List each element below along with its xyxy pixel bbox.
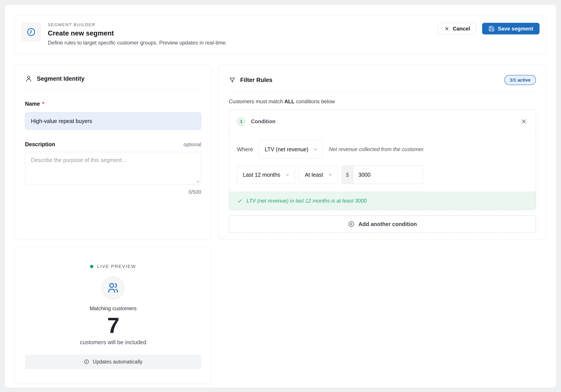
operator-select[interactable]: At least (299, 165, 338, 184)
field-select[interactable]: LTV (net revenue) (259, 140, 323, 159)
segment-name-input[interactable] (25, 112, 201, 130)
field-select-value: LTV (net revenue) (265, 146, 309, 152)
funnel-icon (229, 76, 236, 84)
segment-icon-box (22, 22, 41, 42)
segment-builder-page: SEGMENT BUILDER Create new segment Defin… (4, 4, 557, 388)
header-actions: Cancel Save segment (438, 23, 539, 34)
included-label: customers will be included (25, 339, 201, 346)
close-icon (520, 118, 527, 125)
live-preview-label: LIVE PREVIEW (97, 264, 136, 269)
save-label: Save segment (498, 26, 533, 32)
filter-rules-card: Filter Rules 1/1 active Customers must m… (218, 65, 546, 240)
clock-icon (26, 27, 36, 37)
name-field-label: Name * (25, 101, 201, 107)
match-all: ALL (284, 98, 294, 104)
description-textarea[interactable] (25, 152, 201, 184)
live-preview-card: LIVE PREVIEW Matching customers 7 custom… (15, 247, 211, 384)
field-row: Where LTV (net revenue) Net revenue coll… (237, 140, 528, 159)
eyebrow-label: SEGMENT BUILDER (48, 22, 227, 27)
live-dot-icon (90, 265, 93, 268)
save-icon (488, 26, 495, 32)
identity-card-title: Segment Identity (37, 76, 85, 82)
active-rules-badge: 1/1 active (504, 75, 536, 85)
live-preview-header: LIVE PREVIEW (25, 264, 201, 269)
segment-identity-card: Segment Identity Name * Description opti… (15, 65, 211, 240)
name-label: Name (25, 101, 40, 107)
optional-label: optional (183, 142, 201, 148)
condition-summary-text: LTV (net revenue) in last 12 months is a… (247, 198, 367, 204)
updates-automatically-label: Updates automatically (93, 359, 142, 365)
identity-card-header: Segment Identity (25, 75, 201, 89)
amount-input-group: $ (342, 165, 423, 184)
chevron-down-icon (285, 172, 290, 177)
amount-input[interactable] (353, 165, 423, 184)
time-window-select[interactable]: Last 12 months (237, 165, 295, 184)
save-segment-button[interactable]: Save segment (482, 23, 539, 34)
plus-circle-icon (348, 221, 355, 227)
description-field-label: Description optional (25, 141, 201, 148)
condition-label: Condition (251, 118, 275, 125)
page-subtitle: Define rules to target specific customer… (48, 40, 227, 46)
condition-body: Where LTV (net revenue) Net revenue coll… (229, 133, 536, 192)
cancel-button[interactable]: Cancel (438, 23, 476, 34)
users-icon (107, 282, 119, 294)
required-marker: * (42, 101, 44, 107)
condition-number-badge: 1 (237, 117, 246, 126)
match-prefix: Customers must match (229, 98, 284, 104)
chevron-down-icon (313, 147, 318, 152)
cancel-label: Cancel (453, 26, 470, 32)
description-label: Description (25, 141, 55, 148)
page-title: Create new segment (48, 29, 227, 37)
match-description: Customers must match ALL conditions belo… (229, 98, 536, 105)
description-textarea-wrap (25, 152, 201, 185)
close-icon (444, 26, 449, 31)
condition-summary: LTV (net revenue) in last 12 months is a… (229, 192, 536, 210)
filter-card-header: Filter Rules 1/1 active (229, 75, 536, 92)
matching-customers-count: 7 (25, 313, 201, 338)
field-help-text: Net revenue collected from the customer. (329, 146, 425, 152)
currency-symbol: $ (342, 172, 353, 178)
clock-icon (84, 359, 89, 365)
preview-footer: Updates automatically (25, 355, 201, 369)
remove-condition-button[interactable] (519, 117, 528, 126)
values-row: Last 12 months At least $ (237, 165, 528, 184)
chevron-down-icon (328, 172, 333, 177)
check-icon (237, 198, 243, 204)
resize-handle-icon[interactable] (196, 180, 199, 183)
where-label: Where (237, 146, 253, 152)
add-condition-button[interactable]: Add another condition (229, 215, 536, 233)
condition-card: 1 Condition Where LTV (net revenue) (229, 110, 536, 210)
main-content: Segment Identity Name * Description opti… (15, 65, 546, 384)
header-text: SEGMENT BUILDER Create new segment Defin… (48, 21, 227, 46)
page-header: SEGMENT BUILDER Create new segment Defin… (15, 15, 546, 54)
operator-value: At least (305, 172, 323, 178)
customers-icon-circle (102, 276, 124, 299)
filter-card-title: Filter Rules (240, 77, 272, 84)
time-window-value: Last 12 months (243, 172, 280, 178)
match-suffix: conditions below (294, 98, 335, 104)
char-counter: 0/500 (25, 189, 201, 195)
matching-customers-label: Matching customers (25, 305, 201, 312)
condition-header: 1 Condition (229, 110, 536, 133)
add-condition-label: Add another condition (358, 221, 417, 227)
user-icon (25, 75, 32, 82)
